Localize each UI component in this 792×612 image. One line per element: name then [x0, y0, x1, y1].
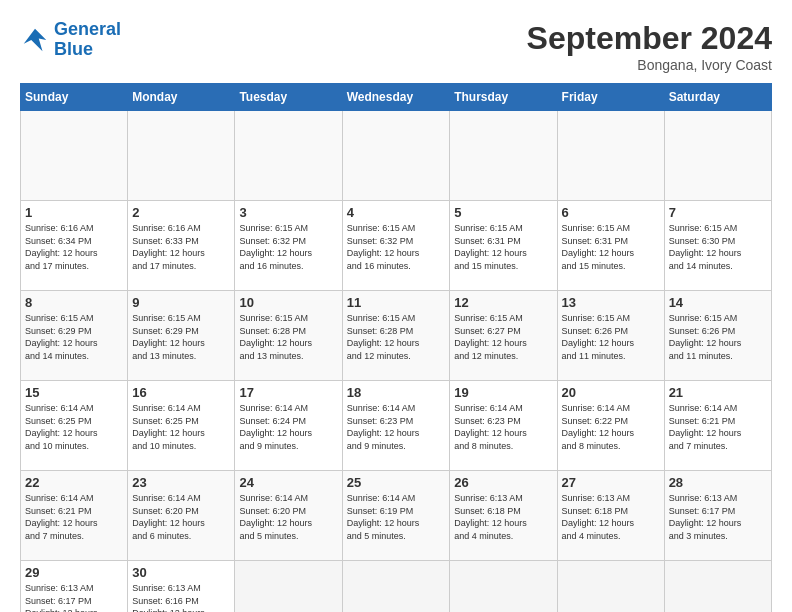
logo: General Blue	[20, 20, 121, 60]
day-info: Sunrise: 6:15 AMSunset: 6:30 PMDaylight:…	[669, 222, 767, 272]
title-block: September 2024 Bongana, Ivory Coast	[527, 20, 772, 73]
day-number: 26	[454, 475, 552, 490]
day-number: 28	[669, 475, 767, 490]
week-row-4: 22 Sunrise: 6:14 AMSunset: 6:21 PMDaylig…	[21, 471, 772, 561]
day-number: 21	[669, 385, 767, 400]
empty-cell	[557, 111, 664, 201]
day-info: Sunrise: 6:14 AMSunset: 6:23 PMDaylight:…	[347, 402, 446, 452]
day-info: Sunrise: 6:13 AMSunset: 6:16 PMDaylight:…	[132, 582, 230, 612]
day-1: 1 Sunrise: 6:16 AMSunset: 6:34 PMDayligh…	[21, 201, 128, 291]
day-7: 7 Sunrise: 6:15 AMSunset: 6:30 PMDayligh…	[664, 201, 771, 291]
day-info: Sunrise: 6:14 AMSunset: 6:25 PMDaylight:…	[132, 402, 230, 452]
empty-cell	[450, 111, 557, 201]
day-number: 29	[25, 565, 123, 580]
day-number: 17	[239, 385, 337, 400]
day-info: Sunrise: 6:15 AMSunset: 6:29 PMDaylight:…	[25, 312, 123, 362]
day-11: 11 Sunrise: 6:15 AMSunset: 6:28 PMDaylig…	[342, 291, 450, 381]
day-info: Sunrise: 6:15 AMSunset: 6:32 PMDaylight:…	[239, 222, 337, 272]
day-info: Sunrise: 6:15 AMSunset: 6:28 PMDaylight:…	[347, 312, 446, 362]
day-25: 25 Sunrise: 6:14 AMSunset: 6:19 PMDaylig…	[342, 471, 450, 561]
day-14: 14 Sunrise: 6:15 AMSunset: 6:26 PMDaylig…	[664, 291, 771, 381]
day-info: Sunrise: 6:14 AMSunset: 6:20 PMDaylight:…	[239, 492, 337, 542]
empty-cell	[664, 111, 771, 201]
empty-cell	[128, 111, 235, 201]
day-21: 21 Sunrise: 6:14 AMSunset: 6:21 PMDaylig…	[664, 381, 771, 471]
day-2: 2 Sunrise: 6:16 AMSunset: 6:33 PMDayligh…	[128, 201, 235, 291]
day-number: 1	[25, 205, 123, 220]
day-info: Sunrise: 6:14 AMSunset: 6:25 PMDaylight:…	[25, 402, 123, 452]
page-header: General Blue September 2024 Bongana, Ivo…	[20, 20, 772, 73]
day-info: Sunrise: 6:13 AMSunset: 6:18 PMDaylight:…	[454, 492, 552, 542]
day-info: Sunrise: 6:15 AMSunset: 6:31 PMDaylight:…	[454, 222, 552, 272]
day-number: 14	[669, 295, 767, 310]
day-info: Sunrise: 6:15 AMSunset: 6:29 PMDaylight:…	[132, 312, 230, 362]
day-number: 19	[454, 385, 552, 400]
day-info: Sunrise: 6:16 AMSunset: 6:34 PMDaylight:…	[25, 222, 123, 272]
day-26: 26 Sunrise: 6:13 AMSunset: 6:18 PMDaylig…	[450, 471, 557, 561]
day-20: 20 Sunrise: 6:14 AMSunset: 6:22 PMDaylig…	[557, 381, 664, 471]
day-info: Sunrise: 6:14 AMSunset: 6:21 PMDaylight:…	[669, 402, 767, 452]
empty-cell	[342, 561, 450, 613]
day-number: 22	[25, 475, 123, 490]
day-18: 18 Sunrise: 6:14 AMSunset: 6:23 PMDaylig…	[342, 381, 450, 471]
day-22: 22 Sunrise: 6:14 AMSunset: 6:21 PMDaylig…	[21, 471, 128, 561]
day-23: 23 Sunrise: 6:14 AMSunset: 6:20 PMDaylig…	[128, 471, 235, 561]
day-number: 11	[347, 295, 446, 310]
day-number: 2	[132, 205, 230, 220]
day-number: 23	[132, 475, 230, 490]
day-number: 24	[239, 475, 337, 490]
col-thursday: Thursday	[450, 84, 557, 111]
logo-text: General Blue	[54, 20, 121, 60]
col-saturday: Saturday	[664, 84, 771, 111]
day-info: Sunrise: 6:14 AMSunset: 6:21 PMDaylight:…	[25, 492, 123, 542]
day-30: 30 Sunrise: 6:13 AMSunset: 6:16 PMDaylig…	[128, 561, 235, 613]
logo-icon	[20, 25, 50, 55]
col-sunday: Sunday	[21, 84, 128, 111]
day-10: 10 Sunrise: 6:15 AMSunset: 6:28 PMDaylig…	[235, 291, 342, 381]
day-number: 7	[669, 205, 767, 220]
col-tuesday: Tuesday	[235, 84, 342, 111]
day-number: 18	[347, 385, 446, 400]
day-17: 17 Sunrise: 6:14 AMSunset: 6:24 PMDaylig…	[235, 381, 342, 471]
day-number: 10	[239, 295, 337, 310]
day-3: 3 Sunrise: 6:15 AMSunset: 6:32 PMDayligh…	[235, 201, 342, 291]
day-info: Sunrise: 6:15 AMSunset: 6:26 PMDaylight:…	[562, 312, 660, 362]
location: Bongana, Ivory Coast	[527, 57, 772, 73]
day-16: 16 Sunrise: 6:14 AMSunset: 6:25 PMDaylig…	[128, 381, 235, 471]
day-number: 6	[562, 205, 660, 220]
day-info: Sunrise: 6:15 AMSunset: 6:32 PMDaylight:…	[347, 222, 446, 272]
week-row-1-data: 1 Sunrise: 6:16 AMSunset: 6:34 PMDayligh…	[21, 201, 772, 291]
day-number: 30	[132, 565, 230, 580]
day-number: 25	[347, 475, 446, 490]
day-number: 4	[347, 205, 446, 220]
week-row-5: 29 Sunrise: 6:13 AMSunset: 6:17 PMDaylig…	[21, 561, 772, 613]
day-9: 9 Sunrise: 6:15 AMSunset: 6:29 PMDayligh…	[128, 291, 235, 381]
day-4: 4 Sunrise: 6:15 AMSunset: 6:32 PMDayligh…	[342, 201, 450, 291]
empty-cell	[235, 561, 342, 613]
day-info: Sunrise: 6:14 AMSunset: 6:19 PMDaylight:…	[347, 492, 446, 542]
empty-cell	[557, 561, 664, 613]
day-number: 20	[562, 385, 660, 400]
col-friday: Friday	[557, 84, 664, 111]
day-number: 9	[132, 295, 230, 310]
day-5: 5 Sunrise: 6:15 AMSunset: 6:31 PMDayligh…	[450, 201, 557, 291]
day-12: 12 Sunrise: 6:15 AMSunset: 6:27 PMDaylig…	[450, 291, 557, 381]
day-8: 8 Sunrise: 6:15 AMSunset: 6:29 PMDayligh…	[21, 291, 128, 381]
day-number: 12	[454, 295, 552, 310]
empty-cell	[21, 111, 128, 201]
empty-cell	[342, 111, 450, 201]
month-title: September 2024	[527, 20, 772, 57]
empty-cell	[450, 561, 557, 613]
day-6: 6 Sunrise: 6:15 AMSunset: 6:31 PMDayligh…	[557, 201, 664, 291]
day-info: Sunrise: 6:13 AMSunset: 6:18 PMDaylight:…	[562, 492, 660, 542]
calendar-table: Sunday Monday Tuesday Wednesday Thursday…	[20, 83, 772, 612]
week-row-2: 8 Sunrise: 6:15 AMSunset: 6:29 PMDayligh…	[21, 291, 772, 381]
col-wednesday: Wednesday	[342, 84, 450, 111]
day-27: 27 Sunrise: 6:13 AMSunset: 6:18 PMDaylig…	[557, 471, 664, 561]
svg-marker-0	[24, 29, 47, 52]
empty-cell	[664, 561, 771, 613]
week-row-1	[21, 111, 772, 201]
day-number: 16	[132, 385, 230, 400]
col-monday: Monday	[128, 84, 235, 111]
day-info: Sunrise: 6:15 AMSunset: 6:26 PMDaylight:…	[669, 312, 767, 362]
